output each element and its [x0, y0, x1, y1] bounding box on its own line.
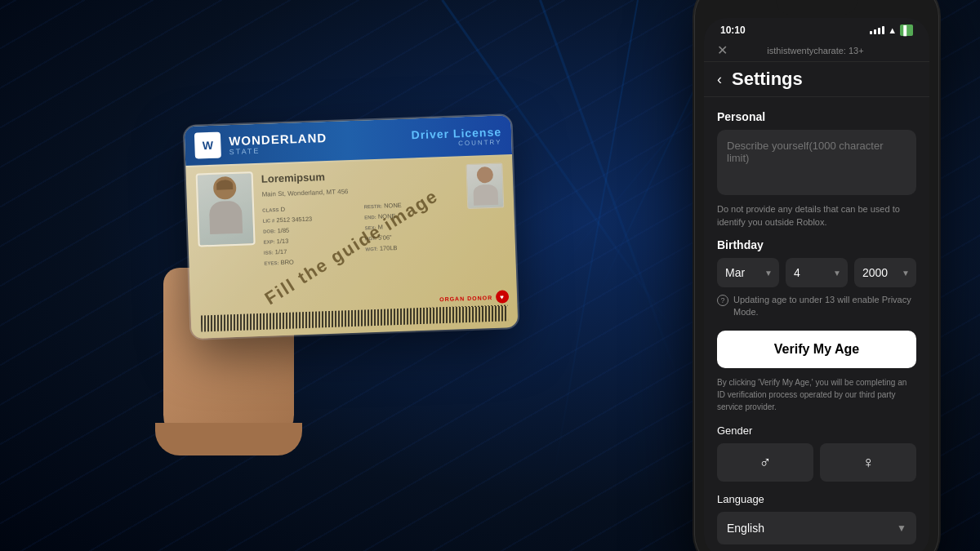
hand-area: W WONDERLAND STATE Driver License COUNTR…: [139, 104, 531, 447]
gender-male-button[interactable]: ♂: [717, 443, 813, 482]
personal-label: Personal: [717, 110, 916, 123]
gender-section: Gender ♂ ♀: [717, 424, 916, 482]
year-select-wrapper: 2000 1998 1999 2001 ▼: [854, 258, 916, 287]
gender-female-button[interactable]: ♀: [820, 443, 916, 482]
month-select[interactable]: Mar Jan Feb Apr: [717, 258, 779, 287]
back-button[interactable]: ‹: [717, 71, 722, 88]
id-card: W WONDERLAND STATE Driver License COUNTR…: [185, 115, 519, 339]
birthday-selects: Mar Jan Feb Apr ▼ 4 1 2: [717, 258, 916, 287]
status-time: 10:10: [720, 24, 746, 36]
gender-label: Gender: [717, 424, 916, 437]
battery-icon: ▌: [900, 24, 913, 36]
card-logo: W: [194, 131, 221, 158]
phone-section: 10:10 ▲ ▌ ✕ isthistwentycharate: 13+: [686, 0, 947, 551]
language-select[interactable]: English Spanish French German Portuguese…: [717, 512, 916, 544]
fill-text: Fill the guide image: [261, 184, 443, 309]
card-state-info: WONDERLAND STATE: [229, 130, 327, 155]
organ-donor: ORGAN DONOR ♥: [439, 290, 510, 305]
phone: 10:10 ▲ ▌ ✕ isthistwentycharate: 13+: [694, 0, 939, 551]
signal-bars-icon: [870, 26, 884, 34]
close-button[interactable]: ✕: [717, 42, 728, 58]
organ-heart-icon: ♥: [496, 290, 510, 304]
app-header: ✕ isthistwentycharate: 13+: [704, 39, 929, 62]
wifi-icon: ▲: [888, 25, 897, 35]
male-icon: ♂: [760, 453, 772, 472]
privacy-note: ? Updating age to under 13 will enable P…: [717, 294, 916, 319]
app-subtitle: isthistwentycharate: 13+: [767, 46, 863, 56]
status-icons: ▲ ▌: [870, 24, 913, 36]
female-icon: ♀: [862, 453, 875, 472]
phone-notch: [776, 0, 858, 15]
day-select[interactable]: 4 1 2 3: [786, 258, 848, 287]
organ-donor-text: ORGAN DONOR: [439, 294, 492, 301]
verify-note: By clicking 'Verify My Age,' you will be…: [717, 376, 916, 413]
page-title: Settings: [732, 69, 803, 90]
day-select-wrapper: 4 1 2 3 ▼: [786, 258, 848, 287]
verify-age-button[interactable]: Verify My Age: [717, 331, 916, 368]
id-card-section: W WONDERLAND STATE Driver License COUNTR…: [33, 104, 637, 447]
year-select[interactable]: 2000 1998 1999 2001: [854, 258, 916, 287]
language-label: Language: [717, 493, 916, 505]
gender-buttons: ♂ ♀: [717, 443, 916, 482]
info-icon: ?: [717, 295, 728, 306]
nav-bar: ‹ Settings: [704, 62, 929, 97]
language-section: Language English Spanish French German P…: [717, 493, 916, 544]
personal-warning: Do not provide any details that can be u…: [717, 203, 916, 229]
settings-content: Personal Do not provide any details that…: [704, 97, 929, 551]
month-select-wrapper: Mar Jan Feb Apr ▼: [717, 258, 779, 287]
personal-textarea[interactable]: [717, 130, 916, 195]
phone-screen: 10:10 ▲ ▌ ✕ isthistwentycharate: 13+: [704, 18, 929, 551]
status-bar: 10:10 ▲ ▌: [704, 18, 929, 39]
privacy-note-text: Updating age to under 13 will enable Pri…: [733, 294, 916, 319]
language-select-wrapper: English Spanish French German Portuguese…: [717, 512, 916, 544]
main-content: W WONDERLAND STATE Driver License COUNTR…: [0, 0, 980, 551]
state-name: WONDERLAND: [229, 130, 327, 147]
birthday-label: Birthday: [717, 238, 916, 251]
card-title-right: Driver License COUNTRY: [411, 125, 501, 149]
